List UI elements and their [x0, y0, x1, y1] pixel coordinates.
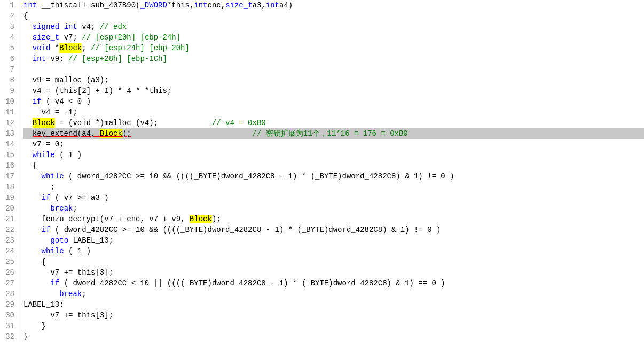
line-num-10: 10	[4, 96, 14, 107]
line-num-20: 20	[4, 203, 14, 214]
func-name: __thiscall sub_407B90	[42, 0, 136, 11]
code-line-9: v4 = (this[2] + 1) * 4 * *this;	[23, 86, 644, 96]
code-line-11: v4 = -1;	[23, 107, 644, 118]
code-container: 1 2 3 4 5 6 7 8 9 10 11 12 13 14 15 16 1…	[0, 0, 644, 342]
code-line-23: goto LABEL_13;	[23, 235, 644, 246]
line-num-7: 7	[4, 64, 14, 75]
line-num-26: 26	[4, 267, 14, 278]
kw-dword: _DWORD	[140, 0, 167, 11]
line-num-16: 16	[4, 160, 14, 171]
line-num-21: 21	[4, 214, 14, 224]
code-line-12: Block = (void *)malloc_(v4); // v4 = 0xB…	[23, 118, 644, 128]
line-num-11: 11	[4, 107, 14, 118]
code-line-13: key_extend(a4, Block); // 密钥扩展为11个，11*16…	[23, 128, 644, 139]
line-num-14: 14	[4, 139, 14, 150]
highlight-block-12: Block	[33, 118, 55, 128]
highlight-block-21: Block	[190, 215, 212, 223]
code-line-18: ;	[23, 182, 644, 192]
line-num-28: 28	[4, 289, 14, 299]
line-num-19: 19	[4, 192, 14, 203]
code-line-27: if ( dword_4282CC < 10 || ((((_BYTE)dwor…	[23, 278, 644, 289]
kw-int-1: int	[23, 0, 37, 11]
line-num-30: 30	[4, 310, 14, 321]
line-numbers: 1 2 3 4 5 6 7 8 9 10 11 12 13 14 15 16 1…	[0, 0, 19, 342]
code-line-21: fenzu_decrypt(v7 + enc, v7 + v9, Block);	[23, 214, 644, 224]
code-line-10: if ( v4 < 0 )	[23, 96, 644, 107]
code-line-26: v7 += this[3];	[23, 267, 644, 278]
code-line-20: break;	[23, 203, 644, 214]
line-num-27: 27	[4, 278, 14, 289]
code-line-7	[23, 64, 644, 75]
code-line-30: v7 += this[3];	[23, 310, 644, 321]
line-num-13: 13	[4, 128, 14, 139]
line-num-1: 1	[4, 0, 14, 11]
line-num-17: 17	[4, 171, 14, 182]
code-line-1: int __thiscall sub_407B90(_DWORD *this, …	[23, 0, 644, 11]
code-line-14: v7 = 0;	[23, 139, 644, 150]
code-line-22: if ( dword_4282CC >= 10 && ((((_BYTE)dwo…	[23, 224, 644, 235]
code-line-25: {	[23, 256, 644, 267]
code-lines: int __thiscall sub_407B90(_DWORD *this, …	[19, 0, 644, 342]
line-num-15: 15	[4, 150, 14, 160]
code-line-2: {	[23, 11, 644, 21]
line-num-5: 5	[4, 43, 14, 53]
line-num-9: 9	[4, 86, 14, 96]
code-line-3: signed int v4; // edx	[23, 21, 644, 32]
highlight-block-5: Block	[59, 43, 82, 53]
line-num-25: 25	[4, 256, 14, 267]
code-line-4: size_t v7; // [esp+20h] [ebp-24h]	[23, 32, 644, 43]
code-line-19: if ( v7 >= a3 )	[23, 192, 644, 203]
code-line-31: }	[23, 321, 644, 331]
code-line-32: }	[23, 331, 644, 342]
code-line-17: while ( dword_4282CC >= 10 && ((((_BYTE)…	[23, 171, 644, 182]
line-num-32: 32	[4, 331, 14, 342]
code-line-15: while ( 1 )	[23, 150, 644, 160]
highlight-block-13: Block	[100, 129, 122, 138]
line-num-31: 31	[4, 321, 14, 331]
code-line-6: int v9; // [esp+28h] [ebp-1Ch]	[23, 53, 644, 64]
line-num-18: 18	[4, 182, 14, 192]
code-line-8: v9 = malloc_(a3);	[23, 75, 644, 86]
code-line-16: {	[23, 160, 644, 171]
line-num-24: 24	[4, 246, 14, 256]
line-num-12: 12	[4, 118, 14, 128]
code-line-5: void *Block; // [esp+24h] [ebp-20h]	[23, 43, 644, 53]
line-num-8: 8	[4, 75, 14, 86]
line-num-23: 23	[4, 235, 14, 246]
line-num-22: 22	[4, 224, 14, 235]
line-num-3: 3	[4, 21, 14, 32]
line-num-4: 4	[4, 32, 14, 43]
key-extend-call: key_extend(a4, Block);	[33, 128, 131, 139]
line-num-29: 29	[4, 299, 14, 310]
code-line-29: LABEL_13:	[23, 299, 644, 310]
line-num-6: 6	[4, 53, 14, 64]
line-num-2: 2	[4, 11, 14, 21]
code-line-24: while ( 1 )	[23, 246, 644, 256]
code-line-28: break;	[23, 289, 644, 299]
